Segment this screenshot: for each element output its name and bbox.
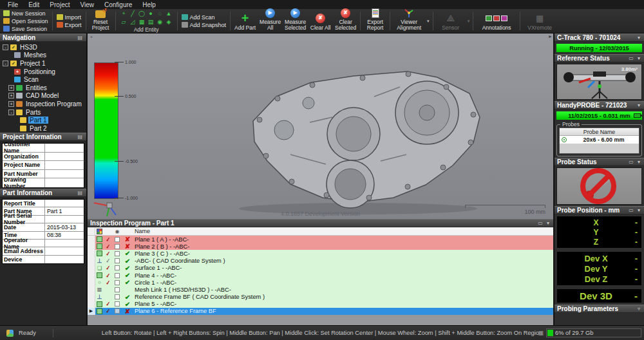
detach-window-icon[interactable]: ▭ bbox=[629, 207, 635, 213]
detach-window-icon[interactable]: ▭ bbox=[629, 55, 635, 61]
tree-item-part1[interactable]: Part 1 bbox=[0, 116, 86, 124]
entity-angle-icon[interactable]: ◿ bbox=[129, 18, 137, 26]
entity-cone-icon[interactable]: ▲ bbox=[165, 10, 173, 17]
probe-status-image bbox=[556, 167, 642, 205]
menu-project[interactable]: Project bbox=[44, 1, 75, 8]
tree-item-cad-model[interactable]: +CAD Model bbox=[0, 92, 86, 100]
panel-menu-icon[interactable]: ▤ bbox=[77, 35, 84, 41]
collapse-panel-icon[interactable]: ▾ bbox=[547, 220, 551, 226]
field-value[interactable]: 08:38 bbox=[45, 232, 84, 238]
entity-slab-icon[interactable]: ▤ bbox=[147, 18, 155, 26]
collapse-panel-icon[interactable]: ▾ bbox=[638, 35, 641, 41]
collapse-expander-icon[interactable]: + bbox=[8, 85, 14, 91]
row-checkbox[interactable] bbox=[115, 258, 120, 263]
probes-table: Probe Name 20x6 - 6.00 mm bbox=[559, 128, 639, 154]
collapse-expander-icon[interactable]: - bbox=[8, 109, 14, 115]
new-session-button[interactable]: New Session bbox=[3, 10, 48, 17]
detach-window-icon[interactable]: ▭ bbox=[538, 220, 544, 226]
tree-item-inspection-program[interactable]: +Inspection Program bbox=[0, 100, 86, 108]
menu-view[interactable]: View bbox=[75, 1, 99, 8]
clear-selected-button[interactable]: ✘ Clear Selected bbox=[333, 10, 358, 32]
table-row[interactable]: ✓✔Plane 3 ( C ) - -ABC- bbox=[88, 250, 553, 257]
viewer-alignment-dropdown-icon[interactable]: ▾ bbox=[426, 19, 431, 24]
row-checkbox[interactable] bbox=[115, 301, 120, 307]
tree-item-parts[interactable]: -Parts bbox=[0, 108, 86, 117]
row-checkbox[interactable] bbox=[115, 265, 120, 270]
field-value[interactable]: 2015-03-13 bbox=[45, 224, 84, 231]
collapse-expander-icon[interactable]: + bbox=[8, 101, 14, 107]
reset-project-button[interactable]: ↺ Reset Project bbox=[88, 10, 113, 32]
collapse-expander-icon[interactable]: - bbox=[3, 61, 8, 66]
menu-file[interactable]: File bbox=[3, 1, 23, 8]
3d-viewport[interactable]: ✦ ► 1.000 0.500 -0.500 -1.000 4.0.1657 D… bbox=[88, 33, 553, 219]
collapse-section-icon[interactable]: ▾ bbox=[638, 159, 641, 165]
tree-item-meshes[interactable]: Meshes bbox=[0, 52, 86, 60]
field-label: Operator Name bbox=[3, 240, 45, 247]
panel-menu-icon[interactable]: ▤ bbox=[77, 134, 84, 140]
row-checkbox[interactable] bbox=[115, 280, 120, 285]
table-row[interactable]: ✓✔Plane 5 - -ABC- bbox=[88, 301, 553, 308]
open-session-button[interactable]: Open Session bbox=[3, 18, 48, 24]
table-row[interactable]: ⊥✓✔-ABC- ( CAD Coordinate System ) bbox=[88, 258, 553, 265]
menu-edit[interactable]: Edit bbox=[23, 1, 44, 8]
plane-entity-icon bbox=[97, 272, 102, 278]
row-checkbox[interactable] bbox=[115, 244, 120, 249]
panel-menu-icon[interactable]: ▤ bbox=[77, 190, 84, 196]
row-checkbox[interactable] bbox=[115, 308, 120, 314]
probing-parameters-header[interactable]: Probing Parameters ▿ bbox=[554, 305, 644, 313]
table-row[interactable]: ✓✔Plane 4 - -ABC- bbox=[88, 272, 553, 279]
collapse-panel-icon[interactable]: ▾ bbox=[638, 102, 641, 108]
import-button[interactable]: Import bbox=[57, 14, 82, 21]
row-checkbox[interactable] bbox=[115, 287, 120, 292]
field-value[interactable]: Part 1 bbox=[45, 208, 84, 214]
detach-window-icon[interactable]: ▭ bbox=[629, 159, 635, 165]
tree-item-entities[interactable]: +Entities bbox=[0, 84, 86, 92]
entity-grid-icon[interactable]: ▦ bbox=[138, 18, 146, 26]
annotations-button[interactable]: Annotations bbox=[475, 10, 518, 32]
collapse-section-icon[interactable]: ▿ bbox=[638, 306, 641, 312]
add-part-button[interactable]: + Add Part bbox=[232, 10, 258, 32]
menu-help[interactable]: Help bbox=[137, 1, 161, 8]
collapse-section-icon[interactable]: ▾ bbox=[638, 55, 641, 61]
clear-all-button[interactable]: ✘ Clear All bbox=[308, 10, 333, 32]
table-row[interactable]: ✓✘Plane 2 ( B ) - -ABC- bbox=[88, 243, 553, 250]
collapse-section-icon[interactable]: ▾ bbox=[638, 207, 641, 213]
table-row[interactable]: ❏✓✔Surface 1 - -ABC- bbox=[88, 265, 553, 272]
entity-line-icon[interactable]: ╱ bbox=[129, 10, 137, 17]
table-row[interactable]: ✓✘Plane 1 ( A ) - -ABC- bbox=[88, 236, 553, 243]
row-checkbox[interactable] bbox=[115, 273, 120, 278]
viewer-alignment-button[interactable]: Viewer Alignment bbox=[392, 10, 426, 32]
add-snapshot-button[interactable]: Add Snapshot bbox=[182, 22, 227, 28]
panel-collapse-icon[interactable]: ► bbox=[548, 34, 553, 39]
collapse-expander-icon[interactable]: + bbox=[8, 93, 14, 99]
probe-row[interactable]: 20x6 - 6.00 mm bbox=[560, 136, 639, 144]
entity-plane-icon[interactable]: ▱ bbox=[120, 18, 128, 26]
row-checkbox[interactable] bbox=[115, 237, 120, 242]
entity-circle-icon[interactable]: ◯ bbox=[138, 10, 146, 17]
entity-ellipse-icon[interactable]: ◌ bbox=[156, 10, 164, 17]
add-scan-button[interactable]: Add Scan bbox=[182, 14, 227, 21]
table-row-selected[interactable]: ▶✓✘Plane 6 - Reference Frame BF bbox=[88, 308, 553, 315]
tree-item-positioning[interactable]: +Positioning bbox=[0, 68, 86, 76]
export-button[interactable]: Export bbox=[57, 22, 82, 28]
table-row[interactable]: ○✓✔Circle 1 - -ABC- bbox=[88, 279, 553, 286]
row-checkbox[interactable] bbox=[115, 251, 120, 256]
part-icon bbox=[20, 126, 26, 131]
cad-model[interactable] bbox=[213, 58, 503, 216]
entity-sphere-icon[interactable]: ◉ bbox=[156, 18, 164, 26]
entity-point-icon[interactable]: ● bbox=[147, 10, 155, 17]
tree-item-scan[interactable]: Scan bbox=[0, 75, 86, 84]
tree-item-hs3d[interactable]: -✓HS3D bbox=[0, 43, 86, 52]
table-row[interactable]: ▩Mesh Link 1 ( HS3D/HS3D ) - -ABC- bbox=[88, 286, 553, 293]
measure-all-button[interactable]: ▶ Measure All bbox=[258, 10, 283, 32]
collapse-expander-icon[interactable]: - bbox=[3, 44, 8, 50]
table-row[interactable]: ⊥✔Reference Frame BF ( CAD Coordinate Sy… bbox=[88, 294, 553, 301]
save-session-button[interactable]: Save Session bbox=[3, 26, 48, 32]
entity-axis-icon[interactable]: + bbox=[120, 10, 128, 17]
row-checkbox[interactable] bbox=[115, 294, 120, 299]
export-report-button[interactable]: Export Report bbox=[363, 10, 388, 32]
tree-item-project1[interactable]: -✓Project 1 bbox=[0, 59, 86, 68]
measure-selected-button[interactable]: ▶ Measure Selected bbox=[283, 10, 308, 32]
tree-item-part2[interactable]: Part 2 bbox=[0, 124, 86, 133]
entity-surface-icon[interactable]: ◈ bbox=[165, 18, 173, 26]
